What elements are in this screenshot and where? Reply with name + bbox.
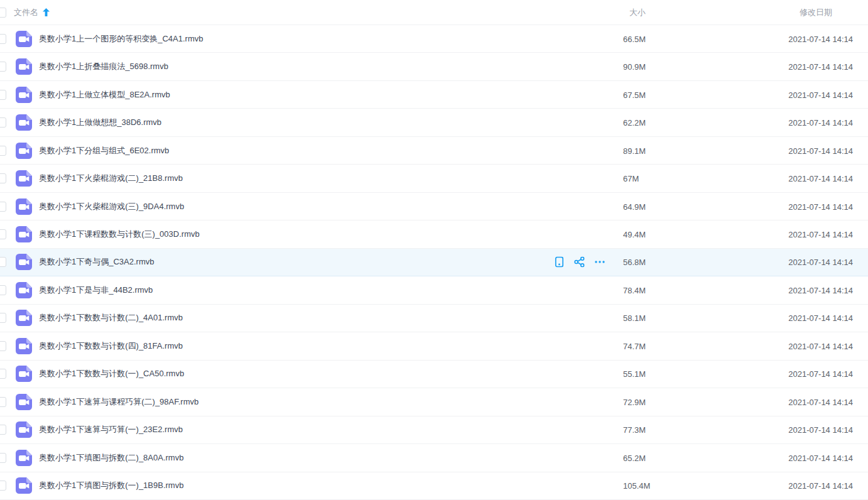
row-checkbox[interactable] (0, 173, 6, 183)
row-checkbox[interactable] (0, 257, 6, 267)
row-checkbox[interactable] (0, 481, 6, 491)
file-row[interactable]: 奥数小学1上做做想想_38D6.rmvb (0, 109, 868, 136)
column-header-size[interactable]: 大小 (629, 0, 646, 24)
select-all-checkbox[interactable] (0, 8, 6, 18)
file-name-link[interactable]: 奥数小学1下是与非_44B2.rmvb (39, 285, 153, 296)
more-icon (594, 257, 605, 268)
file-row[interactable]: 奥数小学1上折叠描痕法_5698.rmvb (0, 53, 868, 80)
file-name-link[interactable]: 奥数小学1上做做想想_38D6.rmvb (39, 117, 161, 128)
video-file-icon (16, 450, 32, 466)
file-date: 2021-07-14 14:14 (788, 202, 853, 211)
file-size: 78.4M (623, 285, 646, 295)
file-row[interactable]: 奥数小学1下填图与拆数(一)_1B9B.rmvb (0, 472, 868, 500)
file-row[interactable]: 奥数小学1下数数与计数(一)_CA50.rmvb (0, 361, 868, 388)
video-file-icon (16, 170, 32, 187)
video-file-icon (16, 58, 32, 75)
send-to-device-icon (555, 257, 564, 268)
file-row[interactable]: 奥数小学1下火柴棍游戏(三)_9DA4.rmvb (0, 193, 868, 220)
file-row[interactable]: 奥数小学1下填图与拆数(二)_8A0A.rmvb (0, 444, 868, 472)
file-row[interactable]: 奥数小学1下分组与组式_6E02.rmvb (0, 137, 868, 165)
sort-ascending-icon[interactable] (43, 8, 50, 16)
file-name-link[interactable]: 奥数小学1下课程数数与计数(三)_003D.rmvb (39, 229, 200, 240)
video-file-icon (16, 366, 32, 382)
column-header-date[interactable]: 修改日期 (800, 0, 832, 24)
file-name-link[interactable]: 奥数小学1下数数与计数(二)_4A01.rmvb (39, 312, 183, 323)
file-name-link[interactable]: 奥数小学1下分组与组式_6E02.rmvb (39, 145, 169, 156)
row-hover-actions (554, 257, 605, 268)
file-size: 64.9M (623, 202, 646, 211)
file-size: 74.7M (623, 341, 646, 351)
video-file-icon (16, 198, 32, 215)
file-name-link[interactable]: 奥数小学1下速算与课程巧算(二)_98AF.rmvb (39, 396, 198, 408)
row-checkbox[interactable] (0, 117, 6, 128)
file-name-link[interactable]: 奥数小学1下数数与计数(四)_81FA.rmvb (39, 340, 183, 352)
file-date: 2021-07-14 14:14 (788, 285, 853, 295)
row-checkbox[interactable] (0, 90, 6, 100)
more-actions-button[interactable] (594, 257, 605, 268)
file-date: 2021-07-14 14:14 (788, 90, 853, 99)
filename-column-label: 文件名 (14, 7, 38, 18)
file-date: 2021-07-14 14:14 (788, 481, 853, 491)
file-row[interactable]: 奥数小学1下火柴棍游戏(二)_21B8.rmvb (0, 165, 868, 192)
video-file-icon (16, 282, 32, 298)
column-header-filename[interactable]: 文件名 (14, 0, 50, 24)
file-row[interactable]: 奥数小学1下是与非_44B2.rmvb (0, 276, 868, 304)
row-checkbox[interactable] (0, 453, 6, 463)
file-row[interactable]: 奥数小学1下数数与计数(四)_81FA.rmvb (0, 332, 868, 360)
video-file-icon (16, 31, 32, 47)
row-checkbox[interactable] (0, 341, 6, 351)
file-date: 2021-07-14 14:14 (788, 62, 853, 72)
send-to-device-button[interactable] (554, 257, 565, 268)
video-file-icon (16, 394, 32, 410)
row-checkbox[interactable] (0, 425, 6, 435)
row-checkbox[interactable] (0, 285, 6, 295)
file-date: 2021-07-14 14:14 (788, 341, 853, 351)
file-row[interactable]: 奥数小学1上做立体模型_8E2A.rmvb (0, 81, 868, 109)
file-rows: 奥数小学1上一个图形的等积变换_C4A1.rmvb (0, 25, 868, 500)
file-date: 2021-07-14 14:14 (788, 146, 853, 155)
file-date: 2021-07-14 14:14 (788, 258, 853, 267)
row-checkbox[interactable] (0, 202, 6, 212)
video-file-icon (16, 421, 32, 438)
file-size: 77.3M (623, 425, 646, 435)
row-checkbox[interactable] (0, 369, 6, 379)
row-checkbox[interactable] (0, 229, 6, 239)
file-date: 2021-07-14 14:14 (788, 425, 853, 435)
share-button[interactable] (574, 257, 585, 268)
file-row[interactable]: 奥数小学1上一个图形的等积变换_C4A1.rmvb (0, 25, 868, 53)
file-date: 2021-07-14 14:14 (788, 313, 853, 323)
file-size: 65.2M (623, 453, 646, 462)
row-checkbox[interactable] (0, 146, 6, 156)
video-file-icon (16, 143, 32, 159)
file-name-link[interactable]: 奥数小学1上做立体模型_8E2A.rmvb (39, 89, 170, 101)
file-row[interactable]: 奥数小学1下速算与巧算(一)_23E2.rmvb (0, 416, 868, 444)
file-name-link[interactable]: 奥数小学1下速算与巧算(一)_23E2.rmvb (39, 424, 183, 435)
file-name-link[interactable]: 奥数小学1下奇与偶_C3A2.rmvb (39, 256, 154, 268)
file-name-link[interactable]: 奥数小学1下填图与拆数(二)_8A0A.rmvb (39, 452, 183, 464)
file-date: 2021-07-14 14:14 (788, 453, 853, 462)
video-file-icon (16, 114, 32, 131)
video-file-icon (16, 254, 32, 270)
row-checkbox[interactable] (0, 62, 6, 72)
file-name-link[interactable]: 奥数小学1下数数与计数(一)_CA50.rmvb (39, 368, 184, 379)
row-checkbox[interactable] (0, 397, 6, 407)
file-date: 2021-07-14 14:14 (788, 34, 853, 43)
file-size: 58.1M (623, 313, 646, 323)
file-name-link[interactable]: 奥数小学1上折叠描痕法_5698.rmvb (39, 61, 168, 72)
file-name-link[interactable]: 奥数小学1下填图与拆数(一)_1B9B.rmvb (39, 480, 183, 491)
row-checkbox[interactable] (0, 313, 6, 323)
file-name-link[interactable]: 奥数小学1下火柴棍游戏(二)_21B8.rmvb (39, 173, 183, 184)
file-row[interactable]: 奥数小学1下奇与偶_C3A2.rmvb (0, 249, 868, 276)
file-name-link[interactable]: 奥数小学1下火柴棍游戏(三)_9DA4.rmvb (39, 201, 184, 212)
file-date: 2021-07-14 14:14 (788, 397, 853, 406)
file-row[interactable]: 奥数小学1下速算与课程巧算(二)_98AF.rmvb (0, 388, 868, 416)
video-file-icon (16, 226, 32, 242)
file-date: 2021-07-14 14:14 (788, 369, 853, 379)
video-file-icon (16, 477, 32, 494)
file-row[interactable]: 奥数小学1下课程数数与计数(三)_003D.rmvb (0, 220, 868, 248)
share-icon (574, 257, 585, 268)
file-size: 56.8M (623, 258, 646, 267)
file-row[interactable]: 奥数小学1下数数与计数(二)_4A01.rmvb (0, 305, 868, 332)
file-name-link[interactable]: 奥数小学1上一个图形的等积变换_C4A1.rmvb (39, 33, 203, 45)
row-checkbox[interactable] (0, 34, 6, 44)
